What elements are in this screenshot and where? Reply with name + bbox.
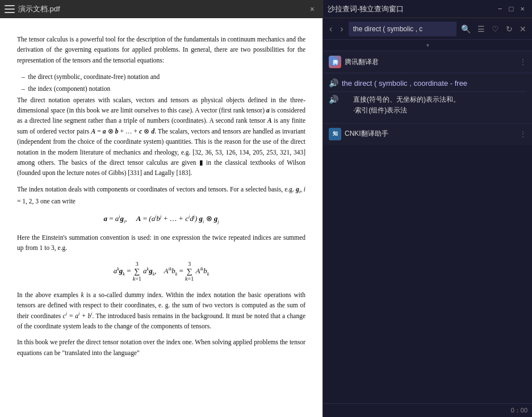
svg-text:腾: 腾 <box>332 60 338 65</box>
dict-dropdown-bar[interactable]: ▾ <box>323 40 532 51</box>
divider <box>329 91 526 92</box>
pdf-list-item-2: – the index (component) notation <box>17 83 305 95</box>
dict-close-button[interactable]: × <box>517 4 527 14</box>
pdf-title: 演示文档.pdf <box>18 4 303 14</box>
tencent-translation-content: 🔊 the direct ( symbolic , coordinate - f… <box>323 73 532 122</box>
pdf-paragraph-5: In the above examples k is a so-called d… <box>17 290 305 332</box>
cnki-section: 知 CNKI翻译助手 ⋮ <box>323 123 532 145</box>
dict-win-controls: − □ × <box>495 4 527 14</box>
cnki-header[interactable]: 知 CNKI翻译助手 ⋮ <box>323 123 532 145</box>
dict-statusbar: 0：00 <box>323 403 532 417</box>
dict-menu-icon[interactable]: ☰ <box>475 23 487 35</box>
tencent-zh-row: 🔊 直接(符号的、无坐标的)表示法和。 ·索引(组件)表示法 <box>329 94 526 116</box>
search-icon[interactable]: 🔍 <box>459 23 473 35</box>
pdf-menu-icon[interactable] <box>5 5 15 13</box>
pdf-equation-2: akgk = 3 ∑ k=1 akgk, Aikbk = 3 ∑ k=1 Aik… <box>17 261 305 282</box>
pdf-titlebar: 演示文档.pdf × <box>0 0 322 18</box>
dict-nav-close-icon[interactable]: ✕ <box>517 23 529 35</box>
tencent-translator-header[interactable]: 腾 腾讯翻译君 ⋮ <box>323 51 532 73</box>
chevron-down-icon: ▾ <box>426 42 429 48</box>
pdf-equation-1: a = aigi, A = (aibj + … + cidj) gi ⊗ gj <box>17 214 305 224</box>
cnki-logo: 知 <box>329 128 341 140</box>
pdf-paragraph-3: The index notation deals with components… <box>17 184 305 206</box>
status-time: 0：00 <box>511 406 527 415</box>
dict-navbar: ‹ › 🔍 ☰ ♡ ↻ ✕ <box>323 18 532 40</box>
pdf-list-item-1: – the direct (symbolic, coordinate-free)… <box>17 71 305 83</box>
pdf-paragraph-6: In this book we prefer the direct tensor… <box>17 337 305 358</box>
dict-refresh-icon[interactable]: ↻ <box>504 23 515 35</box>
cnki-expand-icon[interactable]: ⋮ <box>520 130 526 138</box>
pdf-content: The tensor calculus is a powerful tool f… <box>0 18 322 417</box>
tencent-name: 腾讯翻译君 <box>345 57 516 67</box>
pdf-panel: 演示文档.pdf × The tensor calculus is a powe… <box>0 0 322 417</box>
dict-search-input[interactable] <box>349 22 456 36</box>
pdf-close-button[interactable]: × <box>307 3 318 15</box>
dict-heart-icon[interactable]: ♡ <box>489 23 501 35</box>
dict-maximize-button[interactable]: □ <box>506 4 517 14</box>
pdf-paragraph-4: Here the Einstein's summation convention… <box>17 232 305 253</box>
dict-back-button[interactable]: ‹ <box>326 23 335 35</box>
cnki-name: CNKI翻译助手 <box>345 129 516 139</box>
tencent-speaker-button-1[interactable]: 🔊 <box>329 78 338 87</box>
tencent-en-row: 🔊 the direct ( symbolic , coordinate - f… <box>329 78 526 89</box>
tencent-translator-section: 腾 腾讯翻译君 ⋮ 🔊 the direct ( symbolic , coor… <box>323 51 532 122</box>
pdf-paragraph-2: The direct notation operates with scalar… <box>17 95 305 178</box>
dict-minimize-button[interactable]: − <box>495 4 505 14</box>
dict-forward-button[interactable]: › <box>337 23 346 35</box>
tencent-logo: 腾 <box>329 56 341 68</box>
tencent-en-text: the direct ( symbolic , coordinate - fre… <box>342 78 467 89</box>
pdf-paragraph-1: The tensor calculus is a powerful tool f… <box>17 34 305 65</box>
dict-panel: 沙拉查词-独立查询窗口 − □ × ‹ › 🔍 ☰ ♡ ↻ ✕ ▾ 腾 腾讯翻译 <box>322 0 532 417</box>
tencent-expand-icon[interactable]: ⋮ <box>520 58 526 66</box>
tencent-speaker-button-2[interactable]: 🔊 <box>329 95 338 104</box>
dict-title: 沙拉查词-独立查询窗口 <box>328 4 492 14</box>
dict-titlebar: 沙拉查词-独立查询窗口 − □ × <box>323 0 532 18</box>
tencent-zh-text: 直接(符号的、无坐标的)表示法和。 ·索引(组件)表示法 <box>353 94 460 116</box>
